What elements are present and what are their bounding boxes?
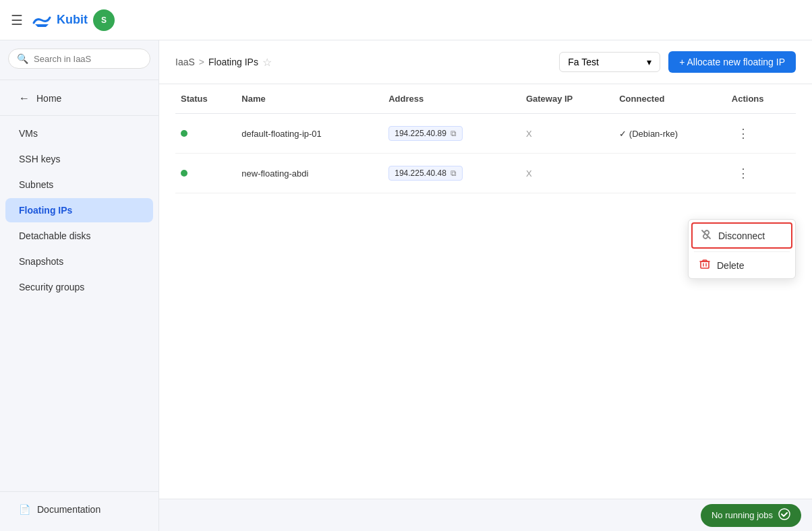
search-box[interactable]: 🔍 xyxy=(8,49,150,69)
kubit-logo-icon xyxy=(31,9,53,31)
sidebar-item-subnets-label: Subnets xyxy=(19,179,53,190)
sidebar-divider xyxy=(0,80,158,80)
sidebar-item-home-label: Home xyxy=(36,93,61,104)
sidebar-item-floating-ips-label: Floating IPs xyxy=(19,205,72,216)
row2-name: new-floating-abdi xyxy=(236,154,383,193)
sidebar-item-ssh-keys-label: SSH keys xyxy=(19,154,60,164)
row2-status xyxy=(175,154,236,193)
floating-ips-table: Status Name Address Gateway IP Connected… xyxy=(175,84,796,193)
sidebar-item-ssh-keys[interactable]: SSH keys xyxy=(5,147,153,171)
disconnect-icon xyxy=(701,229,712,242)
ip-badge-2: 194.225.40.48 ⧉ xyxy=(388,166,463,181)
search-input[interactable] xyxy=(34,54,142,64)
breadcrumb-iaas: IaaS xyxy=(175,57,195,67)
logo-area: Kubit S xyxy=(31,9,115,31)
row1-name: default-floating-ip-01 xyxy=(236,114,383,154)
row1-address: 194.225.40.89 ⧉ xyxy=(383,114,521,154)
actions-dropdown-menu: Disconnect Delete xyxy=(688,219,796,279)
delete-menu-item[interactable]: Delete xyxy=(689,252,795,278)
header-right: Fa Test ▾ + Allocate new floating IP xyxy=(559,51,796,73)
tenant-name: Fa Test xyxy=(568,57,599,67)
col-header-actions: Actions xyxy=(726,84,796,114)
favorite-star-icon[interactable]: ☆ xyxy=(262,56,272,69)
sidebar-item-documentation[interactable]: 📄 Documentation xyxy=(5,497,153,522)
sidebar-item-detachable-disks-label: Detachable disks xyxy=(19,230,91,241)
search-icon: 🔍 xyxy=(17,53,28,64)
sidebar-bottom: 📄 Documentation xyxy=(0,491,158,523)
col-header-connected: Connected xyxy=(614,84,726,114)
gateway-x-mark-2: X xyxy=(526,168,532,179)
table-row: default-floating-ip-01 194.225.40.89 ⧉ X… xyxy=(175,114,796,154)
logo-text: Kubit xyxy=(57,13,88,27)
table-area: Status Name Address Gateway IP Connected… xyxy=(159,84,812,499)
row2-gateway: X xyxy=(521,154,614,193)
no-jobs-label: No running jobs xyxy=(712,510,773,520)
row1-actions: ⋮ xyxy=(726,114,796,154)
row2-address: 194.225.40.48 ⧉ xyxy=(383,154,521,193)
copy-icon-2[interactable]: ⧉ xyxy=(451,168,457,178)
sidebar-item-vms-label: VMs xyxy=(19,128,38,139)
sidebar-item-snapshots-label: Snapshots xyxy=(19,256,63,267)
row2-actions: ⋮ xyxy=(726,154,796,193)
sidebar-item-security-groups-label: Security groups xyxy=(19,282,84,292)
copy-icon[interactable]: ⧉ xyxy=(451,129,457,138)
breadcrumb-separator: > xyxy=(199,57,204,67)
sidebar-item-vms[interactable]: VMs xyxy=(5,121,153,146)
row2-connected xyxy=(614,154,726,193)
col-header-gateway-ip: Gateway IP xyxy=(521,84,614,114)
sidebar-item-snapshots[interactable]: Snapshots xyxy=(5,249,153,274)
actions-menu-button[interactable]: ⋮ xyxy=(732,123,755,144)
col-header-status: Status xyxy=(175,84,236,114)
row1-status xyxy=(175,114,236,154)
row1-connected: ✓ (Debian-rke) xyxy=(614,114,726,154)
documentation-label: Documentation xyxy=(37,504,100,515)
sidebar-divider-2 xyxy=(0,115,158,116)
hamburger-menu-icon[interactable]: ☰ xyxy=(11,12,23,28)
disconnect-label: Disconnect xyxy=(718,230,765,241)
col-header-name: Name xyxy=(236,84,383,114)
documentation-icon: 📄 xyxy=(19,504,30,515)
svg-point-4 xyxy=(779,509,790,520)
logo-secondary: S xyxy=(93,9,115,31)
tenant-dropdown-icon: ▾ xyxy=(647,57,651,67)
breadcrumb-current: Floating IPs xyxy=(208,57,258,67)
status-dot-green xyxy=(181,130,187,137)
row1-gateway: X xyxy=(521,114,614,154)
svg-rect-0 xyxy=(701,261,709,268)
sidebar: 🔍 ← Home VMs SSH keys Subnets Floating I… xyxy=(0,40,159,531)
ip-badge: 194.225.40.89 ⧉ xyxy=(388,126,463,141)
status-bar: No running jobs xyxy=(159,499,812,531)
status-dot-green-2 xyxy=(181,170,187,177)
sidebar-item-home[interactable]: ← Home xyxy=(5,86,153,111)
main-layout: 🔍 ← Home VMs SSH keys Subnets Floating I… xyxy=(0,40,812,531)
sidebar-item-detachable-disks[interactable]: Detachable disks xyxy=(5,224,153,248)
table-row: new-floating-abdi 194.225.40.48 ⧉ X xyxy=(175,154,796,193)
sidebar-item-security-groups[interactable]: Security groups xyxy=(5,275,153,299)
tenant-selector[interactable]: Fa Test ▾ xyxy=(559,52,660,72)
actions-menu-button-2[interactable]: ⋮ xyxy=(732,163,755,183)
sidebar-item-floating-ips[interactable]: Floating IPs xyxy=(5,198,153,222)
disconnect-menu-item[interactable]: Disconnect xyxy=(691,222,792,249)
topbar: ☰ Kubit S xyxy=(0,0,812,40)
logo-kubit: Kubit xyxy=(31,9,88,31)
check-circle-icon xyxy=(778,508,790,523)
content-header: IaaS > Floating IPs ☆ Fa Test ▾ + Alloca… xyxy=(159,40,812,84)
content-area: IaaS > Floating IPs ☆ Fa Test ▾ + Alloca… xyxy=(159,40,812,531)
breadcrumb: IaaS > Floating IPs ☆ xyxy=(175,56,272,69)
home-back-icon: ← xyxy=(19,92,30,104)
delete-icon xyxy=(699,259,710,272)
allocate-floating-ip-button[interactable]: + Allocate new floating IP xyxy=(668,51,796,73)
gateway-x-mark: X xyxy=(526,129,532,139)
no-running-jobs-badge: No running jobs xyxy=(701,504,801,527)
delete-label: Delete xyxy=(717,260,744,271)
sidebar-item-subnets[interactable]: Subnets xyxy=(5,173,153,197)
col-header-address: Address xyxy=(383,84,521,114)
